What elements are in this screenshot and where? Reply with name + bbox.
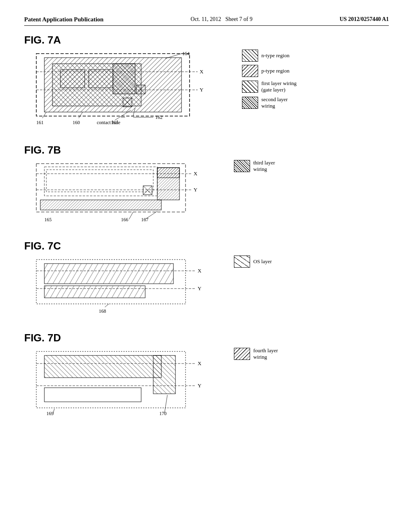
svg-text:166: 166 [121,217,128,222]
legend-fourth-layer: fourth layer wiring [234,347,278,360]
fig-7c-legend: OS layer [234,256,272,268]
secondlayer-swatch [242,97,258,109]
svg-text:X: X [198,360,202,366]
svg-rect-41 [44,167,157,196]
svg-rect-67 [44,388,141,402]
oslayer-swatch [234,256,250,268]
legend-ntype: n-type region [242,50,296,62]
firstlayer-swatch [242,81,258,93]
svg-line-54 [145,211,157,219]
svg-text:161: 161 [36,120,44,125]
svg-text:contact hole: contact hole [97,120,120,125]
svg-rect-40 [157,168,179,178]
svg-text:X: X [198,268,202,274]
svg-rect-13 [113,64,135,94]
fig-7b-diagram: X Y 165 166 167 [24,160,234,228]
svg-line-33 [42,112,46,118]
svg-text:169: 169 [46,411,54,416]
svg-text:X: X [194,170,198,177]
legend-third-layer: third layer wiring [234,160,275,172]
figure-7c-section: FIG. 7C X Y 168 [24,240,389,320]
svg-rect-42 [46,170,153,192]
ntype-swatch [242,50,258,62]
fig-7d-diagram: X Y 169 170 [24,347,234,424]
svg-text:164: 164 [182,51,190,56]
fig-7b-label: FIG. 7B [24,144,389,156]
header-patent: US 2012/0257440 A1 [340,16,389,23]
legend-first-layer: first layer wiring (gate layer) [242,80,296,93]
fig-7d-legend: fourth layer wiring [234,347,278,360]
svg-line-75 [165,395,167,413]
svg-rect-11 [60,70,85,88]
svg-rect-65 [44,355,161,378]
fig-7b-legend: third layer wiring [234,160,275,172]
svg-rect-56 [44,264,173,284]
svg-line-34 [79,112,83,118]
fig-7a-diagram: X Y 164 162 163 contact hole [24,50,234,132]
svg-text:Y: Y [200,87,204,93]
figure-7b-section: FIG. 7B [24,144,389,228]
svg-line-62 [105,304,109,307]
legend-os-layer: OS layer [234,256,272,268]
legend-ptype: p-type region [242,65,296,77]
fig-7c-label: FIG. 7C [24,240,389,252]
figure-7a-section: FIG. 7A [24,34,389,132]
svg-text:162: 162 [155,114,163,120]
ptype-swatch [242,65,258,77]
legend-second-layer: second layer wiring [242,96,296,109]
svg-rect-38 [40,200,161,210]
header-date-sheet: Oct. 11, 2012 Sheet 7 of 9 [191,16,252,23]
thirdlayer-swatch [234,160,250,172]
svg-line-53 [129,212,133,219]
svg-rect-12 [89,70,113,88]
svg-text:165: 165 [44,217,52,222]
header-title: Patent Application Publication [24,16,104,23]
svg-text:Y: Y [198,285,202,291]
fig-7a-label: FIG. 7A [24,34,389,46]
svg-rect-57 [44,286,145,298]
fig-7c-diagram: X Y 168 [24,256,234,320]
svg-text:160: 160 [73,120,80,125]
svg-text:Y: Y [198,382,202,389]
svg-text:Y: Y [194,187,198,193]
svg-text:168: 168 [99,308,106,314]
fig-7d-label: FIG. 7D [24,332,389,344]
fig-7a-legend: n-type region p-type region first layer … [242,50,296,109]
page-header: Patent Application Publication Oct. 11, … [24,16,389,26]
fourthlayer-swatch [234,348,250,360]
figure-7d-section: FIG. 7D X Y 1 [24,332,389,424]
svg-text:X: X [200,69,204,75]
svg-rect-66 [153,355,175,394]
svg-text:170: 170 [159,411,167,416]
